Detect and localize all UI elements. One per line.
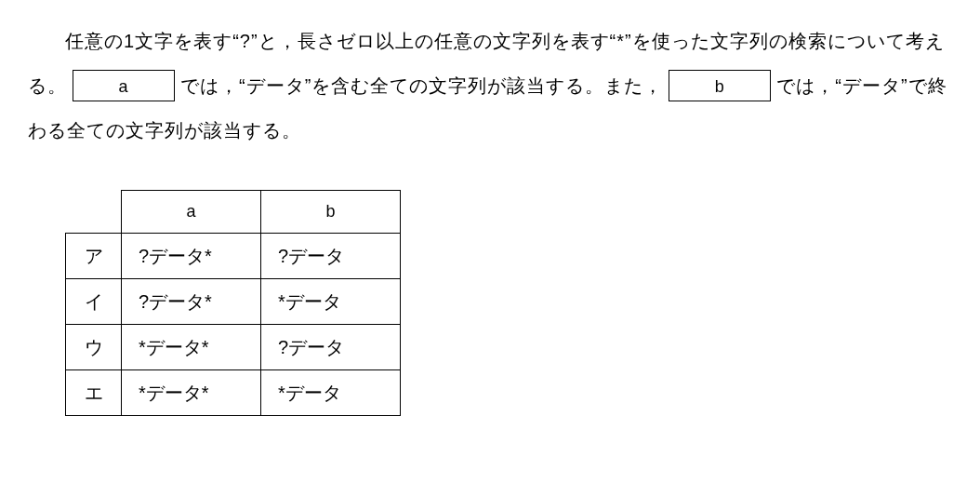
quoted-data: “データ” xyxy=(835,75,907,96)
cell-b: ?データ xyxy=(261,324,401,369)
question-paragraph: 任意の1文字を表す“?”と，長さゼロ以上の任意の文字列を表す“*”を使った文字列… xyxy=(28,19,952,153)
text-segment: と，長さゼロ以上の任意の文字列を表す xyxy=(258,31,610,51)
cell-b: ?データ xyxy=(261,233,401,278)
table-row: ア ?データ* ?データ xyxy=(66,233,401,278)
cell-b: *データ xyxy=(261,278,401,324)
text-segment: を含む全ての文字列が該当する。また， xyxy=(311,75,663,96)
table-header-b: b xyxy=(261,191,401,234)
table-row: イ ?データ* *データ xyxy=(66,278,401,324)
blank-b: b xyxy=(669,70,771,101)
text-segment: では， xyxy=(180,75,239,96)
quoted-star: “*” xyxy=(610,31,632,51)
cell-a: ?データ* xyxy=(122,278,261,324)
table-corner-empty xyxy=(66,191,122,234)
quoted-qmark: “?” xyxy=(232,31,258,51)
row-label: ウ xyxy=(66,324,122,369)
answer-options-table: a b ア ?データ* ?データ イ ?データ* *データ ウ *データ* ?デ… xyxy=(65,190,401,416)
cell-a: *データ* xyxy=(122,324,261,369)
table-row: ウ *データ* ?データ xyxy=(66,324,401,369)
cell-b: *データ xyxy=(261,369,401,415)
quoted-data: “データ” xyxy=(239,75,311,96)
blank-a: a xyxy=(73,70,175,101)
cell-a: ?データ* xyxy=(122,233,261,278)
row-label: ア xyxy=(66,233,122,278)
table-header-a: a xyxy=(122,191,261,234)
row-label: イ xyxy=(66,278,122,324)
table-row: エ *データ* *データ xyxy=(66,369,401,415)
cell-a: *データ* xyxy=(122,369,261,415)
text-segment: では， xyxy=(776,75,835,96)
text-segment: 任意の1文字を表す xyxy=(65,31,232,51)
row-label: エ xyxy=(66,369,122,415)
